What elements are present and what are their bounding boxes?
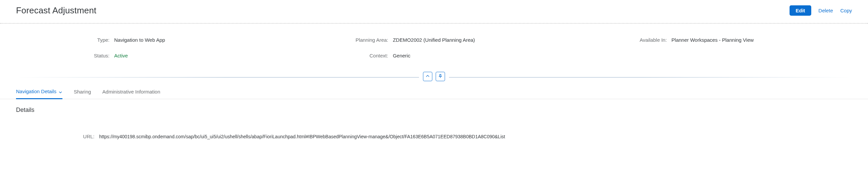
pin-icon <box>438 74 443 80</box>
anchor-buttons <box>419 72 449 81</box>
fact-column-3: Available In: Planner Workspaces - Plann… <box>573 37 852 58</box>
detail-value-url: https://my400198.scmibp.ondemand.com/sap… <box>99 134 505 139</box>
fact-label: Planning Area: <box>295 37 393 43</box>
copy-button[interactable]: Copy <box>840 8 852 13</box>
fact-value-status: Active <box>114 53 128 58</box>
section-navigation-details: Details URL: https://my400198.scmibp.ond… <box>0 99 868 139</box>
fact-context: Context: Generic <box>295 53 574 58</box>
fact-column-1: Type: Navigation to Web App Status: Acti… <box>16 37 295 58</box>
detail-url: URL: https://my400198.scmibp.ondemand.co… <box>16 134 852 139</box>
tab-sharing[interactable]: Sharing <box>74 86 91 98</box>
fact-value: Generic <box>393 53 411 58</box>
fact-column-2: Planning Area: ZDEMO2002 (Unified Planni… <box>295 37 574 58</box>
collapse-header-button[interactable] <box>423 72 432 81</box>
page-title: Forecast Adjustment <box>16 5 96 16</box>
tab-navigation-details[interactable]: Navigation Details <box>16 85 62 99</box>
fact-label: Type: <box>16 37 114 43</box>
fact-label: Context: <box>295 53 393 58</box>
section-title-details: Details <box>16 107 852 114</box>
chevron-up-icon <box>425 74 430 80</box>
fact-value: Planner Workspaces - Planning View <box>671 37 753 43</box>
header-actions: Edit Delete Copy <box>789 5 852 16</box>
pin-header-button[interactable] <box>436 72 445 81</box>
tab-administrative-information[interactable]: Administrative Information <box>102 86 160 98</box>
chevron-down-icon <box>58 89 62 93</box>
header-facts: Type: Navigation to Web App Status: Acti… <box>0 24 868 72</box>
tab-label: Sharing <box>74 89 91 94</box>
fact-type: Type: Navigation to Web App <box>16 37 295 43</box>
fact-available-in: Available In: Planner Workspaces - Plann… <box>573 37 852 43</box>
header-anchor-bar <box>16 72 852 83</box>
fact-label: Available In: <box>573 37 671 43</box>
icon-tab-bar: Navigation Details Sharing Administrativ… <box>0 85 868 99</box>
tab-label: Navigation Details <box>16 88 56 94</box>
object-header: Forecast Adjustment Edit Delete Copy <box>0 0 868 23</box>
detail-label: URL: <box>16 134 99 139</box>
fact-status: Status: Active <box>16 53 295 58</box>
page-root: Forecast Adjustment Edit Delete Copy Typ… <box>0 0 868 171</box>
fact-value: Navigation to Web App <box>114 37 165 43</box>
fact-value: ZDEMO2002 (Unified Planning Area) <box>393 37 475 43</box>
tab-label: Administrative Information <box>102 89 160 94</box>
edit-button[interactable]: Edit <box>789 5 811 16</box>
fact-planning-area: Planning Area: ZDEMO2002 (Unified Planni… <box>295 37 574 43</box>
delete-button[interactable]: Delete <box>818 8 833 13</box>
fact-label: Status: <box>16 53 114 58</box>
